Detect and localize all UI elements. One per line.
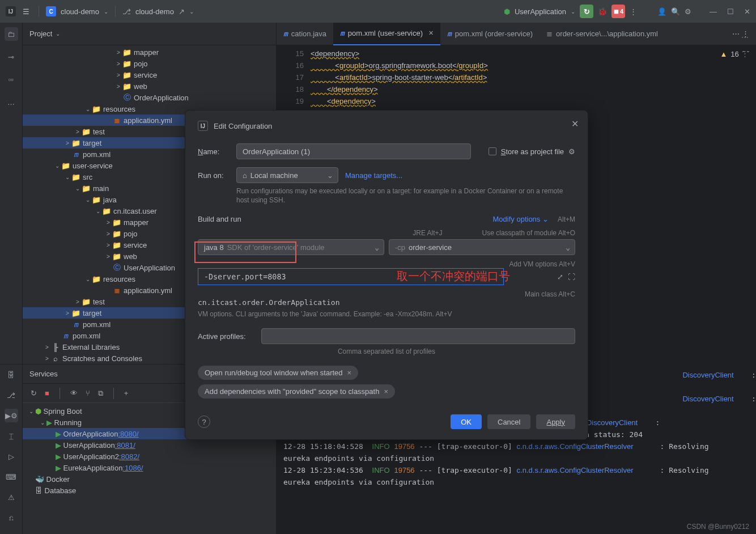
app-icon: IJ bbox=[198, 121, 208, 131]
titlebar: IJ ☰ C cloud-demo ⌄ ⎇ cloud-demo ↗ ⌄ ⬢ U… bbox=[0, 0, 756, 23]
run-config-name[interactable]: UserApplication bbox=[515, 7, 566, 16]
tree-row[interactable]: >📁mapper bbox=[23, 46, 276, 58]
vcs-icon[interactable]: ⎌ bbox=[5, 511, 18, 524]
chevron-down-icon[interactable]: ⌄ bbox=[104, 9, 108, 15]
svc-row[interactable]: 🐳 Docker bbox=[23, 473, 276, 485]
close-window-icon[interactable]: ✕ bbox=[744, 7, 750, 16]
git-icon[interactable]: ⎇ bbox=[5, 388, 18, 402]
tree-row[interactable]: ⒸOrderApplication bbox=[23, 92, 276, 103]
svc-app-row[interactable]: ▶ EurekaApplication :1086/ bbox=[23, 462, 276, 473]
search-icon[interactable]: 🔍 bbox=[671, 7, 680, 16]
project-badge[interactable]: C bbox=[46, 6, 56, 16]
edit-configuration-dialog: ✕ IJ Edit Configuration Name: Store as p… bbox=[185, 110, 588, 440]
help-icon[interactable]: ? bbox=[198, 416, 210, 428]
left-tool-rail: 🗀 ⊸ ▫▫ … bbox=[0, 23, 23, 364]
close-icon[interactable]: × bbox=[384, 387, 388, 396]
more-icon[interactable]: … bbox=[5, 95, 18, 109]
run-config-icon[interactable]: ⬢ bbox=[504, 7, 510, 16]
main-class[interactable]: cn.itcast.order.OrderApplication bbox=[198, 298, 575, 307]
ext-link-icon[interactable]: ↗ bbox=[179, 7, 185, 16]
provided-scope-pill[interactable]: Add dependencies with "provided" scope t… bbox=[198, 384, 395, 399]
layout-icon[interactable]: ⧉ bbox=[98, 389, 103, 398]
home-icon: ⌂ bbox=[243, 171, 247, 180]
more-icon[interactable]: ⋯ bbox=[741, 33, 749, 41]
store-checkbox[interactable]: Store as project file ⚙ bbox=[489, 147, 575, 156]
build-run-title: Build and run Modify options ⌄ Alt+M bbox=[198, 215, 575, 223]
right-gutter: ⋯ ⋮ bbox=[733, 23, 756, 364]
svc-app-row[interactable]: ▶ UserApplication2 :8082/ bbox=[23, 451, 276, 462]
name-label: Name: bbox=[198, 147, 230, 156]
close-icon[interactable]: ✕ bbox=[428, 29, 434, 37]
run-icon[interactable]: ▷ bbox=[5, 450, 18, 463]
dialog-title: Edit Configuration bbox=[214, 122, 272, 130]
editor-tab[interactable]: m pom.xml (user-service)✕ bbox=[333, 23, 440, 45]
maximize-icon[interactable]: ☐ bbox=[727, 7, 734, 16]
console-icon[interactable]: ⌨ bbox=[5, 470, 18, 484]
vm-options-input[interactable] bbox=[198, 268, 504, 285]
debug-icon[interactable]: 🐞 bbox=[598, 7, 607, 16]
rerun-icon[interactable]: ↻ bbox=[31, 389, 37, 397]
view-icon[interactable]: 👁 bbox=[70, 389, 78, 397]
commit-icon[interactable]: ⊸ bbox=[5, 50, 18, 63]
watermark: CSDN @Bunny0212 bbox=[687, 523, 749, 531]
apply-button[interactable]: Apply bbox=[536, 414, 575, 429]
add-icon[interactable]: + bbox=[124, 389, 129, 397]
more-icon[interactable]: ⋮ bbox=[630, 7, 637, 16]
svc-app-row[interactable]: ▶ UserApplication :8081/ bbox=[23, 439, 276, 451]
close-icon[interactable]: ✕ bbox=[571, 118, 579, 129]
modify-options-link[interactable]: Modify options ⌄ bbox=[493, 215, 549, 223]
active-profiles-label: Active profiles: bbox=[198, 332, 254, 341]
vcs-icon[interactable]: ⎇ bbox=[122, 7, 131, 16]
tree-row[interactable]: >📁web bbox=[23, 80, 276, 92]
minimize-icon[interactable]: — bbox=[710, 7, 717, 16]
manage-targets-link[interactable]: Manage targets... bbox=[345, 171, 402, 180]
db-icon[interactable]: 🗄 bbox=[5, 368, 18, 382]
active-profiles-input[interactable] bbox=[261, 328, 575, 344]
problems-icon[interactable]: ⚠ bbox=[5, 490, 18, 504]
expand-icon[interactable]: ⤢ bbox=[557, 273, 563, 281]
filter-icon[interactable]: ⑂ bbox=[86, 389, 90, 397]
stop-icon[interactable]: ■ bbox=[45, 389, 49, 397]
project-name[interactable]: cloud-demo bbox=[61, 7, 99, 16]
gear-icon[interactable]: ⚙ bbox=[685, 7, 691, 16]
ok-button[interactable]: OK bbox=[451, 414, 482, 429]
project-tool-icon[interactable]: 🗀 bbox=[5, 27, 18, 41]
stop-badge[interactable]: ⏹4 bbox=[611, 5, 625, 18]
cwm-icon[interactable]: 👤 bbox=[657, 7, 666, 16]
run-on-hint: Run configurations may be executed local… bbox=[236, 187, 575, 205]
warning-icon: ▲ bbox=[720, 50, 727, 58]
maximize-icon[interactable]: ⛶ bbox=[568, 273, 575, 281]
jre-select[interactable]: java 8 SDK of 'order-service' module bbox=[198, 239, 384, 255]
chevron-down-icon[interactable]: ⌄ bbox=[571, 9, 575, 15]
editor-tabs: m cation.javam pom.xml (user-service)✕m … bbox=[277, 23, 756, 45]
open-tool-window-pill[interactable]: Open run/debug tool window when started× bbox=[198, 366, 358, 380]
chevron-icon[interactable]: ⋮ bbox=[741, 49, 749, 58]
tree-row[interactable]: >📁pojo bbox=[23, 58, 276, 69]
cancel-button[interactable]: Cancel bbox=[487, 414, 530, 429]
project-header[interactable]: Project⌄ bbox=[23, 23, 276, 45]
services-icon[interactable]: ▶⚙ bbox=[5, 409, 18, 422]
bottom-left-rail: 🗄 ⎇ ▶⚙ ⌶ ▷ ⌨ ⚠ ⎌ bbox=[0, 365, 23, 534]
editor-tab[interactable]: m pom.xml (order-service) bbox=[440, 23, 540, 45]
gear-icon[interactable]: ⚙ bbox=[568, 147, 575, 156]
structure-icon[interactable]: ▫▫ bbox=[5, 73, 18, 86]
run-on-select[interactable]: ⌂ Local machine bbox=[236, 167, 338, 183]
editor-tab[interactable]: ≣ order-service\...\application.yml bbox=[540, 23, 665, 45]
branch-name[interactable]: cloud-demo bbox=[135, 7, 174, 16]
run-on-label: Run on: bbox=[198, 171, 230, 180]
chevron-down-icon[interactable]: ⌄ bbox=[189, 9, 194, 15]
app-icon[interactable]: IJ bbox=[6, 6, 16, 16]
name-input[interactable] bbox=[236, 143, 471, 159]
tree-row[interactable]: >📁service bbox=[23, 69, 276, 80]
menu-icon[interactable]: ☰ bbox=[20, 6, 32, 17]
classpath-select[interactable]: -cp order-service bbox=[389, 239, 575, 255]
run-icon[interactable]: ↻ bbox=[580, 5, 593, 18]
terminal-icon[interactable]: ⌶ bbox=[5, 429, 18, 443]
close-icon[interactable]: × bbox=[347, 368, 352, 377]
editor-tab[interactable]: m cation.java bbox=[277, 23, 333, 45]
svc-row[interactable]: 🗄 Database bbox=[23, 485, 276, 496]
vm-hint: VM options. CLI arguments to the 'Java' … bbox=[198, 310, 575, 318]
